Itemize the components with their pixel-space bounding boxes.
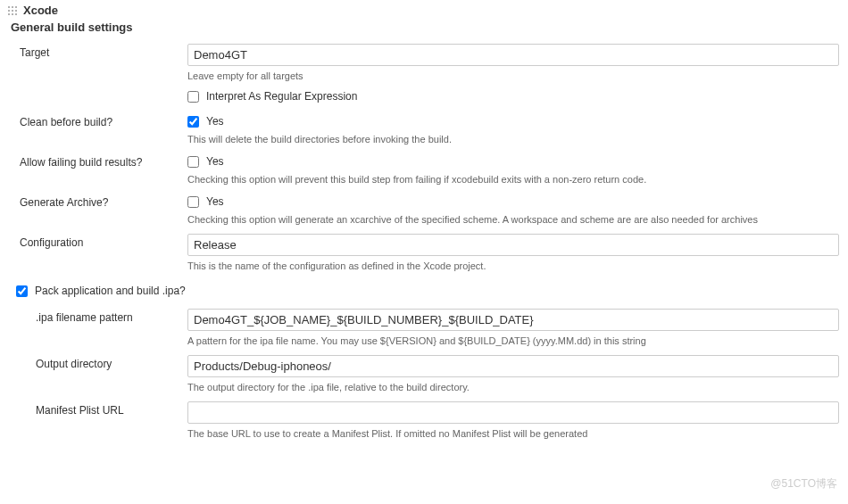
regex-checkbox[interactable] [187, 91, 199, 103]
svg-point-8 [15, 13, 17, 15]
row-output-dir: Output directory The output directory fo… [0, 351, 848, 397]
label-generate-archive: Generate Archive? [0, 194, 187, 209]
svg-point-0 [8, 6, 10, 8]
label-ipa-filename: .ipa filename pattern [0, 309, 187, 324]
help-generate-archive: Checking this option will generate an xc… [187, 214, 839, 225]
svg-point-1 [12, 6, 13, 8]
help-ipa-filename: A pattern for the ipa file name. You may… [187, 335, 839, 346]
drag-handle-icon[interactable] [7, 5, 18, 16]
row-clean-before-build: Clean before build? Yes This will delete… [0, 109, 848, 149]
svg-point-5 [15, 10, 17, 12]
help-allow-failing: Checking this option will prevent this b… [187, 174, 839, 185]
svg-point-2 [15, 6, 17, 8]
help-output-dir: The output directory for the .ipa file, … [187, 382, 839, 392]
row-target: Target Leave empty for all targets Inter… [0, 39, 848, 109]
pack-ipa-checkbox[interactable] [16, 285, 28, 297]
svg-point-4 [12, 10, 13, 12]
generate-archive-yes: Yes [206, 195, 224, 208]
manifest-plist-input[interactable] [187, 401, 839, 424]
label-output-dir: Output directory [0, 355, 187, 370]
pack-ipa-label: Pack application and build .ipa? [35, 285, 186, 297]
label-manifest-plist: Manifest Plist URL [0, 401, 187, 417]
label-target: Target [0, 44, 187, 59]
section-general-title: General build settings [0, 19, 848, 39]
allow-failing-yes: Yes [206, 155, 224, 168]
plugin-header: Xcode [0, 0, 848, 19]
clean-checkbox[interactable] [187, 116, 199, 128]
target-input[interactable] [187, 44, 839, 66]
row-ipa-filename: .ipa filename pattern A pattern for the … [0, 304, 848, 351]
svg-point-6 [8, 13, 10, 15]
label-allow-failing: Allow failing build results? [0, 153, 187, 169]
row-pack-ipa: Pack application and build .ipa? [0, 276, 848, 304]
label-clean: Clean before build? [0, 113, 187, 128]
help-clean: This will delete the build directories b… [187, 134, 839, 145]
label-configuration: Configuration [0, 234, 187, 249]
row-allow-failing: Allow failing build results? Yes Checkin… [0, 149, 848, 189]
regex-label: Interpret As Regular Expression [206, 90, 357, 103]
ipa-filename-input[interactable] [187, 309, 839, 331]
output-dir-input[interactable] [187, 355, 839, 377]
svg-point-3 [8, 10, 10, 12]
svg-point-7 [12, 13, 13, 15]
help-manifest-plist: The base URL to use to create a Manifest… [187, 428, 839, 439]
help-configuration: This is the name of the configuration as… [187, 260, 839, 271]
clean-yes: Yes [206, 115, 224, 128]
allow-failing-checkbox[interactable] [187, 156, 199, 168]
generate-archive-checkbox[interactable] [187, 196, 199, 208]
configuration-input[interactable] [187, 234, 839, 256]
row-configuration: Configuration This is the name of the co… [0, 229, 848, 276]
row-manifest-plist: Manifest Plist URL The base URL to use t… [0, 397, 848, 443]
plugin-title: Xcode [23, 4, 58, 17]
help-target: Leave empty for all targets [187, 70, 839, 81]
row-generate-archive: Generate Archive? Yes Checking this opti… [0, 189, 848, 229]
